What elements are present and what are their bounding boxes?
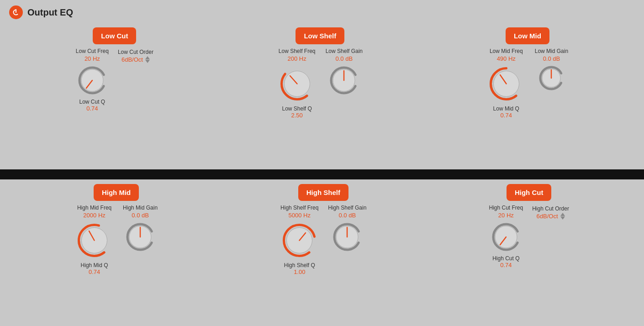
low-cut-order-stepper[interactable] (145, 56, 150, 63)
app-container: Output EQ Low Cut Low Cut Freq 20 Hz (0, 0, 644, 326)
low-cut-order-group: Low Cut Order 6dB/Oct (118, 49, 153, 63)
top-eq-row: Low Cut Low Cut Freq 20 Hz Low Cut Q 0.7… (0, 27, 644, 119)
high-shelf-gain-value: 0.0 dB (339, 212, 356, 219)
low-mid-freq-value: 490 Hz (497, 55, 516, 62)
band-low-mid: Low Mid Low Mid Freq 490 Hz Low Mid Q 0.… (487, 27, 568, 119)
high-cut-button[interactable]: High Cut (507, 184, 551, 201)
low-shelf-q-label: Low Shelf Q (282, 105, 311, 112)
low-shelf-freq-knob[interactable] (278, 64, 317, 103)
svg-marker-38 (560, 213, 565, 216)
svg-marker-39 (560, 216, 565, 220)
low-cut-button[interactable]: Low Cut (93, 27, 136, 44)
band-low-cut: Low Cut Low Cut Freq 20 Hz Low Cut Q 0.7… (76, 27, 153, 112)
svg-marker-6 (145, 60, 150, 63)
low-mid-gain-group: Low Mid Gain 0.0 dB (535, 48, 568, 92)
low-shelf-freq-value: 200 Hz (288, 55, 306, 62)
high-shelf-freq-label: High Shelf Freq (280, 205, 318, 211)
low-cut-freq-group: Low Cut Freq 20 Hz Low Cut Q 0.74 (76, 48, 109, 112)
power-button[interactable] (9, 5, 23, 19)
high-cut-order-group: High Cut Order 6dB/Oct (532, 205, 569, 220)
high-mid-gain-knob[interactable] (124, 221, 156, 253)
low-mid-gain-label: Low Mid Gain (535, 48, 568, 54)
high-mid-q-label: High Mid Q (81, 262, 108, 268)
low-shelf-gain-knob[interactable] (328, 64, 360, 96)
low-cut-freq-value: 20 Hz (84, 55, 100, 62)
high-cut-q-value: 0.74 (500, 262, 512, 268)
high-shelf-freq-knob[interactable] (280, 221, 319, 260)
bottom-eq-row: High Mid High Mid Freq 2000 Hz High Mid … (0, 184, 644, 275)
low-mid-freq-group: Low Mid Freq 490 Hz Low Mid Q 0.74 (487, 48, 526, 119)
app-title: Output EQ (27, 7, 73, 18)
low-cut-order-label: Low Cut Order (118, 49, 153, 55)
low-shelf-freq-label: Low Shelf Freq (279, 48, 316, 54)
high-cut-order-label: High Cut Order (532, 205, 569, 212)
high-cut-freq-label: High Cut Freq (489, 205, 523, 211)
low-shelf-gain-value: 0.0 dB (336, 55, 353, 62)
low-cut-freq-label: Low Cut Freq (76, 48, 109, 54)
top-section: Low Cut Low Cut Freq 20 Hz Low Cut Q 0.7… (0, 25, 644, 169)
low-shelf-q-value: 2.50 (291, 112, 302, 119)
high-shelf-freq-group: High Shelf Freq 5000 Hz High Shelf Q 1.0… (280, 205, 319, 275)
high-mid-freq-group: High Mid Freq 2000 Hz High Mid Q 0.74 (75, 205, 114, 275)
high-shelf-freq-value: 5000 Hz (289, 212, 311, 219)
band-low-shelf: Low Shelf Low Shelf Freq 200 Hz Low Shel… (278, 27, 363, 119)
high-mid-gain-group: High Mid Gain 0.0 dB (123, 205, 158, 253)
low-cut-q-value: 0.74 (86, 105, 98, 112)
high-mid-button[interactable]: High Mid (94, 184, 139, 201)
low-cut-order-value: 6dB/Oct (121, 56, 143, 63)
low-mid-gain-value: 0.0 dB (543, 55, 560, 62)
low-shelf-gain-label: Low Shelf Gain (326, 48, 363, 54)
svg-marker-5 (145, 56, 150, 59)
bottom-section: High Mid High Mid Freq 2000 Hz High Mid … (0, 179, 644, 326)
high-mid-freq-label: High Mid Freq (77, 205, 111, 211)
high-mid-freq-knob[interactable] (75, 221, 114, 260)
high-shelf-q-value: 1.00 (294, 268, 305, 275)
high-mid-gain-value: 0.0 dB (132, 212, 149, 219)
section-divider (0, 169, 644, 179)
low-mid-freq-knob[interactable] (487, 64, 526, 103)
low-mid-button[interactable]: Low Mid (506, 27, 549, 44)
high-cut-order-value: 6dB/Oct (537, 213, 558, 220)
high-cut-q-label: High Cut Q (492, 255, 519, 262)
high-mid-gain-label: High Mid Gain (123, 205, 158, 211)
low-cut-q-label: Low Cut Q (79, 99, 106, 105)
high-cut-order-stepper[interactable] (560, 213, 565, 220)
high-cut-freq-value: 20 Hz (498, 212, 514, 219)
low-mid-q-label: Low Mid Q (493, 105, 519, 112)
high-cut-freq-knob[interactable] (490, 221, 522, 253)
high-shelf-gain-group: High Shelf Gain 0.0 dB (328, 205, 366, 253)
high-shelf-gain-label: High Shelf Gain (328, 205, 366, 211)
high-shelf-q-label: High Shelf Q (284, 262, 315, 268)
low-mid-freq-label: Low Mid Freq (490, 48, 523, 54)
low-shelf-freq-group: Low Shelf Freq 200 Hz Low Shelf Q 2.50 (278, 48, 317, 119)
power-icon (12, 9, 20, 16)
band-high-shelf: High Shelf High Shelf Freq 5000 Hz High … (280, 184, 366, 275)
high-cut-freq-group: High Cut Freq 20 Hz High Cut Q 0.74 (489, 205, 523, 268)
low-shelf-gain-group: Low Shelf Gain 0.0 dB (326, 48, 363, 96)
low-cut-freq-knob[interactable] (76, 64, 108, 96)
high-mid-q-value: 0.74 (89, 268, 100, 275)
high-shelf-gain-knob[interactable] (331, 221, 363, 253)
band-high-cut: High Cut High Cut Freq 20 Hz High Cut Q … (489, 184, 569, 268)
low-mid-q-value: 0.74 (501, 112, 512, 119)
band-high-mid: High Mid High Mid Freq 2000 Hz High Mid … (75, 184, 158, 275)
high-mid-freq-value: 2000 Hz (83, 212, 105, 219)
low-shelf-button[interactable]: Low Shelf (296, 27, 344, 44)
low-mid-gain-knob[interactable] (538, 64, 565, 92)
header: Output EQ (0, 0, 644, 25)
high-shelf-button[interactable]: High Shelf (298, 184, 348, 201)
